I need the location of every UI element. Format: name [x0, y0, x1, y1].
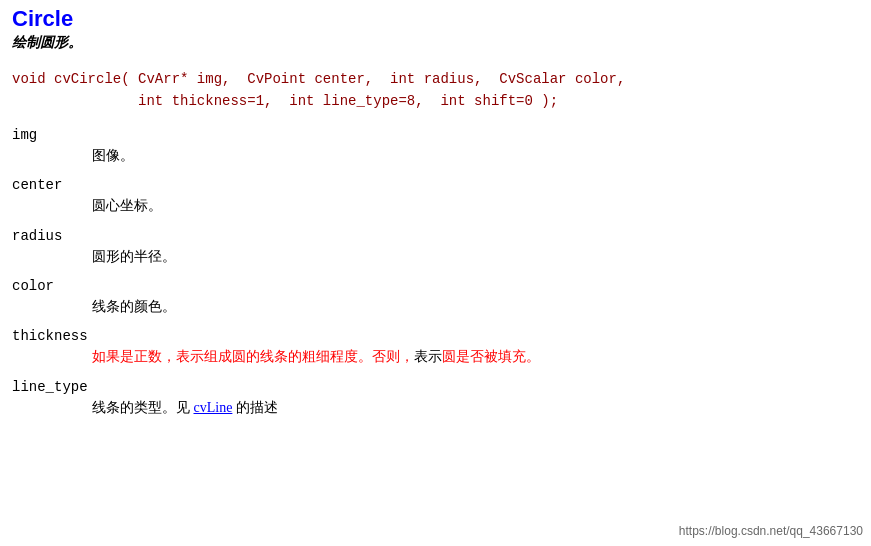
- page-title: Circle: [12, 6, 859, 32]
- param-name-radius: radius: [12, 228, 859, 244]
- thickness-red-part1: 如果是正数，表示组成圆的线条的粗细程度。否则，: [92, 349, 414, 364]
- line-type-desc-after: 的描述: [232, 400, 278, 415]
- param-radius: radius 圆形的半径。: [12, 228, 859, 268]
- param-center: center 圆心坐标。: [12, 177, 859, 217]
- param-thickness: thickness 如果是正数，表示组成圆的线条的粗细程度。否则，表示圆是否被填…: [12, 328, 859, 368]
- param-desc-line-type: 线条的类型。见 cvLine 的描述: [12, 397, 859, 419]
- param-line-type: line_type 线条的类型。见 cvLine 的描述: [12, 379, 859, 419]
- param-desc-center: 圆心坐标。: [12, 195, 859, 217]
- param-desc-radius: 圆形的半径。: [12, 246, 859, 268]
- param-desc-img: 图像。: [12, 145, 859, 167]
- line-type-desc-before: 线条的类型。见: [92, 400, 194, 415]
- param-color: color 线条的颜色。: [12, 278, 859, 318]
- page-subtitle: 绘制圆形。: [12, 34, 859, 52]
- param-name-center: center: [12, 177, 859, 193]
- param-desc-color: 线条的颜色。: [12, 296, 859, 318]
- watermark: https://blog.csdn.net/qq_43667130: [679, 524, 863, 538]
- param-name-color: color: [12, 278, 859, 294]
- param-name-line-type: line_type: [12, 379, 859, 395]
- param-img: img 图像。: [12, 127, 859, 167]
- cvline-link[interactable]: cvLine: [194, 400, 233, 415]
- param-desc-thickness: 如果是正数，表示组成圆的线条的粗细程度。否则，表示圆是否被填充。: [12, 346, 859, 368]
- thickness-black-part: 表示: [414, 349, 442, 364]
- param-name-img: img: [12, 127, 859, 143]
- code-block: void cvCircle( CvArr* img, CvPoint cente…: [12, 68, 859, 113]
- param-name-thickness: thickness: [12, 328, 859, 344]
- thickness-red-part2: 圆是否被填充。: [442, 349, 540, 364]
